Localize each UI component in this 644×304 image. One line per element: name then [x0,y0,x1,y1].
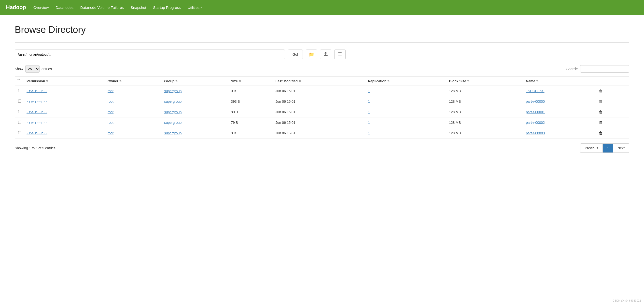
main-content: Browse Directory Go! 📁 [0,15,644,162]
select-all-checkbox[interactable] [17,79,20,82]
sort-icon-owner: ⇅ [119,80,122,83]
replication-link-1[interactable]: 1 [368,100,370,104]
upload-icon [323,51,328,58]
table-header: Permission⇅Owner⇅Group⇅Size⇅Last Modifie… [15,77,629,86]
block-size-cell-1: 128 MB [447,96,524,107]
current-page: 1 [603,144,613,153]
th-replication[interactable]: Replication⇅ [366,77,447,86]
sort-icon-permission: ⇅ [46,80,48,83]
list-view-button[interactable] [334,49,346,59]
name-link-2[interactable]: part-r-00001 [526,110,545,114]
row-checkbox-1[interactable] [18,100,21,103]
files-table: Permission⇅Owner⇅Group⇅Size⇅Last Modifie… [15,76,629,139]
permission-link-3[interactable]: -rw-r--r-- [26,121,47,125]
row-checkbox-4[interactable] [18,131,21,134]
permission-link-2[interactable]: -rw-r--r-- [26,110,47,114]
permission-link-4[interactable]: -rw-r--r-- [26,131,47,135]
th-block_size[interactable]: Block Size⇅ [447,77,524,86]
folder-button[interactable]: 📁 [306,49,317,59]
nav-link-overview[interactable]: Overview [34,4,49,10]
group-link-4[interactable]: supergroup [164,131,182,135]
permission-link-0[interactable]: -rw-r--r-- [26,89,47,93]
group-link-3[interactable]: supergroup [164,121,182,125]
replication-link-2[interactable]: 1 [368,110,370,114]
sort-icon-last_modified: ⇅ [299,80,301,83]
th-checkbox [15,77,24,86]
nav-link-datanodes[interactable]: Datanodes [56,4,74,10]
previous-button[interactable]: Previous [580,144,603,153]
name-link-3[interactable]: part-r-00002 [526,121,545,125]
svg-rect-0 [338,52,342,53]
list-icon [338,51,342,58]
utilities-menu[interactable]: Utilities ▾ [188,5,202,9]
th-size[interactable]: Size⇅ [229,77,274,86]
utilities-arrow-icon: ▾ [200,6,202,9]
owner-link-2[interactable]: root [108,110,114,114]
go-button[interactable]: Go! [288,49,303,59]
permission-link-1[interactable]: -rw-r--r-- [26,100,47,104]
block-size-cell-4: 128 MB [447,128,524,139]
name-link-0[interactable]: _SUCCESS [526,89,544,93]
size-cell-0: 0 B [229,86,274,96]
th-permission[interactable]: Permission⇅ [24,77,106,86]
block-size-cell-0: 128 MB [447,86,524,96]
row-checkbox-3[interactable] [18,121,21,124]
last-modified-cell-1: Jun 06 15:01 [274,96,366,107]
delete-button-3[interactable]: 🗑 [597,120,604,125]
th-actions [595,77,629,86]
group-link-1[interactable]: supergroup [164,100,182,104]
nav-link-snapshot[interactable]: Snapshot [131,4,146,10]
owner-link-0[interactable]: root [108,89,114,93]
row-checkbox-0[interactable] [18,89,21,92]
path-bar: Go! 📁 [15,49,629,59]
search-input[interactable] [580,65,629,73]
replication-link-4[interactable]: 1 [368,131,370,135]
pagination-row: Showing 1 to 5 of 5 entries Previous 1 N… [15,144,629,153]
sort-icon-name: ⇅ [536,80,539,83]
entries-select[interactable]: 102550100 [25,65,40,73]
table-body: -rw-r--r--rootsupergroup0 BJun 06 15:011… [15,86,629,139]
th-owner[interactable]: Owner⇅ [106,77,162,86]
size-cell-1: 393 B [229,96,274,107]
th-name[interactable]: Name⇅ [524,77,595,86]
name-link-4[interactable]: part-r-00003 [526,131,545,135]
next-button[interactable]: Next [613,144,629,153]
th-last_modified[interactable]: Last Modified⇅ [274,77,366,86]
delete-button-4[interactable]: 🗑 [597,131,604,136]
owner-link-3[interactable]: root [108,121,114,125]
controls-row: Show 102550100 entries Search: [15,65,629,73]
search-box: Search: [566,65,629,73]
show-label: Show [15,67,23,71]
nav-link-datanode-volume-failures[interactable]: Datanode Volume Failures [80,4,124,10]
upload-button[interactable] [320,49,331,59]
show-entries: Show 102550100 entries [15,65,52,73]
group-link-2[interactable]: supergroup [164,110,182,114]
delete-button-1[interactable]: 🗑 [597,99,604,104]
th-group[interactable]: Group⇅ [162,77,229,86]
owner-link-1[interactable]: root [108,100,114,104]
size-cell-4: 0 B [229,128,274,139]
owner-link-4[interactable]: root [108,131,114,135]
nav-link-startup-progress[interactable]: Startup Progress [153,4,181,10]
block-size-cell-2: 128 MB [447,107,524,118]
delete-button-0[interactable]: 🗑 [597,88,604,94]
entries-label: entries [42,67,52,71]
group-link-0[interactable]: supergroup [164,89,182,93]
delete-button-2[interactable]: 🗑 [597,109,604,115]
brand-logo[interactable]: Hadoop [6,4,26,10]
last-modified-cell-0: Jun 06 15:01 [274,86,366,96]
size-cell-3: 79 B [229,118,274,128]
svg-rect-1 [338,54,342,54]
sort-icon-group: ⇅ [175,80,178,83]
row-checkbox-2[interactable] [18,110,21,113]
last-modified-cell-2: Jun 06 15:01 [274,107,366,118]
block-size-cell-3: 128 MB [447,118,524,128]
table-row: -rw-r--r--rootsupergroup0 BJun 06 15:011… [15,128,629,139]
path-input[interactable] [15,49,285,59]
navbar: Hadoop OverviewDatanodesDatanode Volume … [0,0,644,15]
name-link-1[interactable]: part-r-00000 [526,100,545,104]
replication-link-3[interactable]: 1 [368,121,370,125]
table-row: -rw-r--r--rootsupergroup393 BJun 06 15:0… [15,96,629,107]
divider [15,42,629,43]
replication-link-0[interactable]: 1 [368,89,370,93]
